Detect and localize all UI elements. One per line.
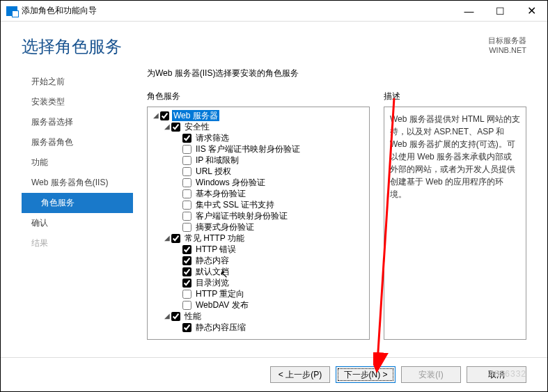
wizard-step[interactable]: 角色服务 bbox=[22, 193, 133, 213]
close-button[interactable]: ✕ bbox=[516, 1, 547, 22]
next-button[interactable]: 下一步(N) > bbox=[336, 366, 396, 383]
tree-node[interactable]: URL 授权 bbox=[149, 166, 368, 177]
tree-label[interactable]: 摘要式身份验证 bbox=[194, 221, 256, 233]
tree-node[interactable]: HTTP 错误 bbox=[149, 244, 368, 255]
tree-node[interactable]: HTTP 重定向 bbox=[149, 288, 368, 299]
tree-node[interactable]: 基本身份验证 bbox=[149, 188, 368, 199]
tree-label[interactable]: IIS 客户端证书映射身份验证 bbox=[194, 143, 302, 155]
tree-checkbox[interactable] bbox=[182, 178, 191, 187]
tree-node[interactable]: 摘要式身份验证 bbox=[149, 221, 368, 233]
caret-down-icon[interactable]: ◢ bbox=[152, 110, 160, 121]
caret-down-icon[interactable]: ◢ bbox=[163, 311, 171, 322]
tree-checkbox[interactable] bbox=[171, 234, 180, 243]
tree-label[interactable]: 目录浏览 bbox=[194, 277, 230, 288]
description-panel: Web 服务器提供对 HTML 网站的支持，以及对 ASP.NET、ASP 和 … bbox=[384, 107, 526, 340]
target-server-info: 目标服务器 WINB.NET bbox=[488, 36, 526, 54]
tree-label[interactable]: IP 和域限制 bbox=[194, 155, 240, 166]
tree-node[interactable]: 集中式 SSL 证书支持 bbox=[149, 199, 368, 210]
titlebar: 添加角色和功能向导 — ☐ ✕ bbox=[1, 1, 547, 22]
tree-node[interactable]: 目录浏览 bbox=[149, 277, 368, 288]
tree-node[interactable]: WebDAV 发布 bbox=[149, 299, 368, 311]
tree-node[interactable]: ◢性能 bbox=[149, 311, 368, 322]
tree-label[interactable]: Web 服务器 bbox=[172, 110, 219, 121]
tree-label[interactable]: WebDAV 发布 bbox=[194, 299, 250, 311]
tree-checkbox[interactable] bbox=[182, 212, 191, 221]
page-title: 选择角色服务 bbox=[22, 36, 122, 58]
tree-checkbox[interactable] bbox=[182, 156, 191, 165]
wizard-step[interactable]: 开始之前 bbox=[22, 72, 133, 92]
wizard-footer: < 上一步(P) 下一步(N) > 安装(I) 取消 bbox=[1, 357, 547, 391]
wizard-steps-sidebar: 开始之前安装类型服务器选择服务器角色功能Web 服务器角色(IIS)角色服务确认… bbox=[22, 65, 133, 329]
tree-checkbox[interactable] bbox=[182, 189, 191, 198]
tree-node[interactable]: Windows 身份验证 bbox=[149, 177, 368, 188]
tree-checkbox[interactable] bbox=[182, 201, 191, 210]
tree-checkbox[interactable] bbox=[171, 312, 180, 321]
wizard-step[interactable]: Web 服务器角色(IIS) bbox=[22, 173, 133, 193]
minimize-button[interactable]: — bbox=[453, 1, 485, 22]
tree-node[interactable]: IP 和域限制 bbox=[149, 155, 368, 166]
tree-node[interactable]: 客户端证书映射身份验证 bbox=[149, 210, 368, 221]
tree-label[interactable]: 静态内容 bbox=[194, 255, 230, 266]
tree-label[interactable]: 静态内容压缩 bbox=[194, 322, 247, 333]
wizard-step[interactable]: 确认 bbox=[22, 213, 133, 233]
wizard-step[interactable]: 服务器选择 bbox=[22, 112, 133, 132]
tree-checkbox[interactable] bbox=[182, 267, 191, 276]
tree-label[interactable]: 默认文档 bbox=[194, 266, 230, 277]
tree-checkbox[interactable] bbox=[182, 290, 191, 299]
tree-label[interactable]: 基本身份验证 bbox=[194, 188, 247, 199]
tree-checkbox[interactable] bbox=[182, 323, 191, 332]
tree-node[interactable]: ◢Web 服务器 bbox=[149, 110, 368, 121]
caret-down-icon[interactable]: ◢ bbox=[163, 233, 171, 244]
cancel-button[interactable]: 取消 bbox=[467, 366, 526, 383]
tree-node[interactable]: ◢安全性 bbox=[149, 121, 368, 132]
tree-label: 角色服务 bbox=[147, 91, 370, 102]
tree-label[interactable]: 性能 bbox=[183, 311, 203, 322]
tree-checkbox[interactable] bbox=[182, 301, 191, 310]
maximize-button[interactable]: ☐ bbox=[485, 1, 516, 22]
tree-label[interactable]: Windows 身份验证 bbox=[194, 177, 267, 188]
tree-node[interactable]: 静态内容压缩 bbox=[149, 322, 368, 333]
previous-button[interactable]: < 上一步(P) bbox=[270, 366, 330, 383]
desc-label: 描述 bbox=[384, 91, 526, 102]
tree-checkbox[interactable] bbox=[182, 167, 191, 176]
tree-checkbox[interactable] bbox=[182, 256, 191, 265]
tree-node[interactable]: 请求筛选 bbox=[149, 132, 368, 143]
tree-node[interactable]: ◢常见 HTTP 功能 bbox=[149, 233, 368, 244]
tree-label[interactable]: 安全性 bbox=[183, 121, 211, 132]
tree-node[interactable]: IIS 客户端证书映射身份验证 bbox=[149, 143, 368, 155]
tree-checkbox[interactable] bbox=[182, 145, 191, 154]
prompt-text: 为Web 服务器(IIS)选择要安装的角色服务 bbox=[147, 65, 526, 79]
wizard-step[interactable]: 功能 bbox=[22, 152, 133, 173]
wizard-step: 结果 bbox=[22, 233, 133, 253]
tree-label[interactable]: HTTP 重定向 bbox=[194, 288, 246, 299]
install-button: 安装(I) bbox=[401, 366, 461, 383]
wizard-step[interactable]: 安装类型 bbox=[22, 92, 133, 112]
tree-label[interactable]: HTTP 错误 bbox=[194, 244, 237, 255]
tree-checkbox[interactable] bbox=[182, 134, 191, 143]
role-services-tree[interactable]: ◢Web 服务器◢安全性请求筛选IIS 客户端证书映射身份验证IP 和域限制UR… bbox=[147, 107, 370, 340]
app-icon bbox=[6, 6, 17, 16]
wizard-step[interactable]: 服务器角色 bbox=[22, 132, 133, 152]
tree-label[interactable]: 常见 HTTP 功能 bbox=[183, 233, 246, 244]
tree-checkbox[interactable] bbox=[182, 279, 191, 288]
tree-label[interactable]: 客户端证书映射身份验证 bbox=[194, 210, 289, 221]
tree-checkbox[interactable] bbox=[160, 111, 169, 120]
tree-node[interactable]: 默认文档 bbox=[149, 266, 368, 277]
tree-label[interactable]: 集中式 SSL 证书支持 bbox=[194, 199, 276, 210]
tree-label[interactable]: URL 授权 bbox=[194, 166, 233, 177]
tree-label[interactable]: 请求筛选 bbox=[194, 132, 230, 143]
caret-down-icon[interactable]: ◢ bbox=[163, 121, 171, 132]
tree-node[interactable]: 静态内容 bbox=[149, 255, 368, 266]
tree-checkbox[interactable] bbox=[182, 223, 191, 232]
tree-checkbox[interactable] bbox=[182, 245, 191, 254]
tree-checkbox[interactable] bbox=[171, 123, 180, 132]
window-title: 添加角色和功能向导 bbox=[22, 5, 453, 17]
